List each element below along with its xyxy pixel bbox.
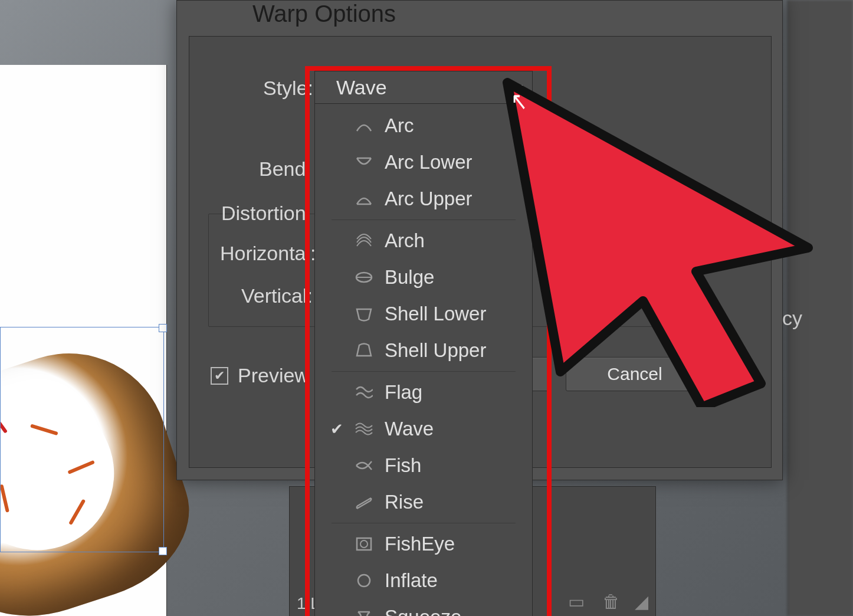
- style-option-bulge[interactable]: Bulge: [315, 259, 532, 296]
- style-option-label: Flag: [385, 381, 422, 404]
- label-cy: cy: [782, 307, 853, 330]
- svg-point-4: [358, 575, 370, 586]
- style-option-wave[interactable]: ✔Wave: [315, 411, 532, 447]
- style-dropdown-selected[interactable]: Wave: [315, 71, 532, 104]
- style-option-fisheye[interactable]: FishEye: [315, 526, 532, 562]
- style-option-label: Arc Lower: [385, 151, 473, 173]
- style-option-fish[interactable]: Fish: [315, 447, 532, 484]
- selection-handle[interactable]: [159, 324, 167, 332]
- style-option-shell-lower[interactable]: Shell Lower: [315, 296, 532, 332]
- style-option-label: FishEye: [385, 533, 455, 555]
- style-option-rise[interactable]: Rise: [315, 484, 532, 520]
- arc-upper-icon: [354, 190, 374, 208]
- style-option-arc-lower[interactable]: Arc Lower: [315, 144, 532, 181]
- inflate-icon: [354, 572, 374, 589]
- document-canvas[interactable]: [0, 65, 167, 616]
- style-option-label: Wave: [385, 418, 434, 440]
- style-dropdown-list: ArcArc LowerArc UpperArchBulgeShell Lowe…: [315, 104, 532, 616]
- style-option-label: Squeeze: [385, 606, 461, 616]
- fish-icon: [354, 457, 374, 474]
- style-dropdown[interactable]: Wave ArcArc LowerArc UpperArchBulgeShell…: [314, 71, 533, 616]
- arc-lower-icon: [354, 153, 374, 171]
- chevron-down-icon: [514, 85, 523, 90]
- style-option-squeeze[interactable]: Squeeze: [315, 599, 532, 616]
- arc-icon: [354, 117, 374, 135]
- style-option-inflate[interactable]: Inflate: [315, 562, 532, 599]
- label-distortion: Distortion: [221, 202, 306, 225]
- selection-handle[interactable]: [159, 547, 167, 555]
- preview-checkbox-wrap[interactable]: ✔ Preview: [211, 364, 309, 387]
- shell-lower-icon: [354, 305, 374, 323]
- style-option-label: Inflate: [385, 569, 438, 592]
- fisheye-icon: [354, 535, 374, 553]
- style-option-arch[interactable]: Arch: [315, 222, 532, 259]
- selection-bounding-box[interactable]: [0, 327, 164, 552]
- style-option-label: Arc: [385, 114, 414, 137]
- style-option-flag[interactable]: Flag: [315, 374, 532, 411]
- collapse-icon[interactable]: ◢: [635, 591, 648, 612]
- bulge-icon: [354, 268, 374, 286]
- check-icon: ✔: [330, 420, 343, 438]
- style-option-label: Rise: [385, 491, 424, 513]
- style-option-label: Fish: [385, 454, 421, 477]
- style-option-shell-upper[interactable]: Shell Upper: [315, 332, 532, 369]
- label-style: Style:: [263, 77, 313, 100]
- dialog-title: Warp Options: [252, 1, 396, 27]
- squeeze-icon: [354, 608, 374, 616]
- rise-icon: [354, 493, 374, 511]
- trash-icon[interactable]: 🗑: [602, 592, 620, 612]
- style-option-label: Shell Upper: [385, 339, 486, 362]
- shell-upper-icon: [354, 342, 374, 359]
- dropdown-separator: [332, 219, 516, 220]
- style-option-arc-upper[interactable]: Arc Upper: [315, 181, 532, 217]
- label-horizontal: Horizontal:: [220, 242, 316, 265]
- style-option-label: Arc Upper: [385, 188, 473, 210]
- dropdown-separator: [332, 523, 516, 523]
- preview-checkbox[interactable]: ✔: [211, 367, 228, 385]
- label-vertical: Vertical:: [241, 284, 313, 307]
- dropdown-separator: [332, 371, 516, 372]
- style-option-label: Arch: [385, 230, 425, 252]
- flag-icon: [354, 384, 374, 401]
- label-bend: Bend:: [259, 158, 311, 181]
- arch-icon: [354, 232, 374, 250]
- new-layer-icon[interactable]: ▭: [568, 591, 585, 612]
- preview-label: Preview: [238, 364, 309, 387]
- style-option-label: Shell Lower: [385, 303, 486, 325]
- style-option-label: Bulge: [385, 266, 434, 289]
- style-selected-text: Wave: [336, 76, 387, 99]
- style-option-arc[interactable]: Arc: [315, 107, 532, 144]
- app-stage: 1 La ▭ 🗑 ◢ Warp Options Style: Bend: Dis…: [0, 0, 853, 616]
- wave-icon: [354, 420, 374, 438]
- cancel-button[interactable]: Cancel: [566, 357, 704, 391]
- svg-point-3: [360, 540, 368, 548]
